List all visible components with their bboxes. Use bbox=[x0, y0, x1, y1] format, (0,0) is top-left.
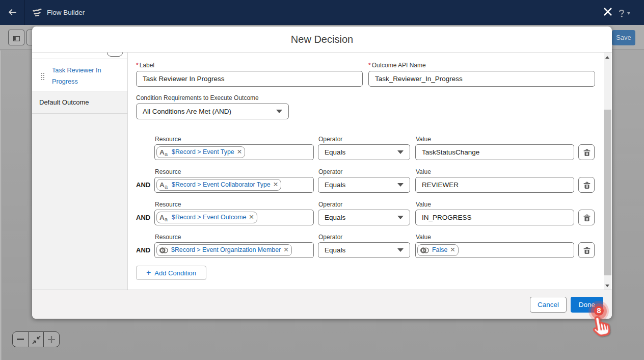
svg-text:a: a bbox=[165, 216, 168, 222]
svg-text:A: A bbox=[159, 214, 165, 221]
svg-text:a: a bbox=[165, 184, 168, 189]
svg-text:A: A bbox=[159, 181, 165, 189]
svg-text:A: A bbox=[159, 148, 165, 156]
svg-text:a: a bbox=[165, 151, 168, 157]
